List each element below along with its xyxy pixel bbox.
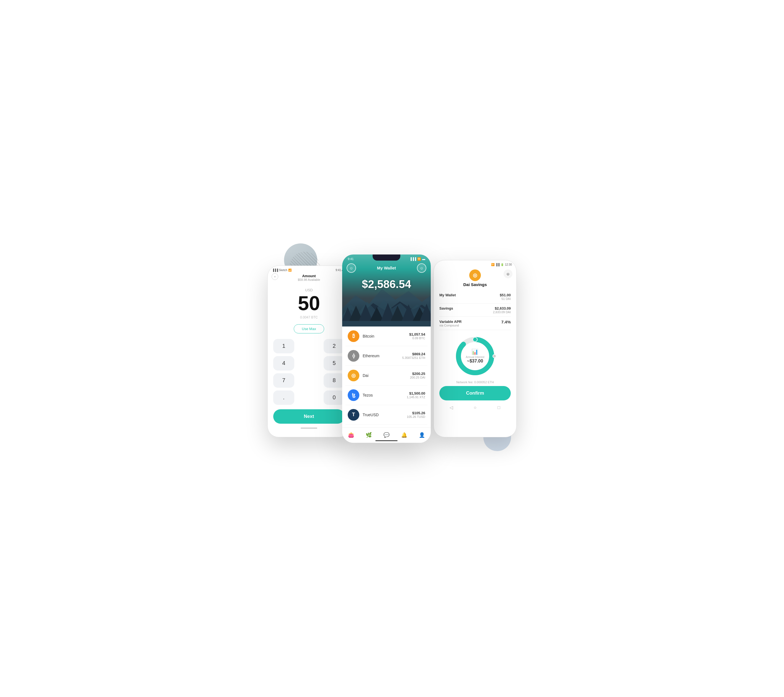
avatar-icon: ☺ [506, 272, 510, 276]
left-status-bar: ▐▐▐ Sketch 📶 9:41 AM [268, 266, 350, 273]
signal-icon: ▐▐▐ [410, 257, 416, 260]
tezos-amount: 1,145.91 XTZ [407, 395, 425, 399]
savings-label: Savings [439, 306, 453, 310]
btc-equivalent: 0.0047 BTC [268, 315, 350, 319]
dai-value: $200.25 200.25 DAI [410, 372, 425, 379]
bitcoin-usd: $1,057.54 [409, 332, 425, 336]
dai-amount: 200.25 DAI [410, 376, 425, 379]
ethereum-amount: 5.35873251 ETH [402, 356, 425, 359]
ethereum-usd: $869.24 [402, 352, 425, 356]
savings-value: $2,633.09 2,633.09 DAI [493, 306, 511, 314]
coin-item-dai[interactable]: ◎ Dai $200.25 200.25 DAI [346, 366, 427, 386]
wallet-title: My Wallet [377, 265, 396, 270]
recents-button[interactable]: □ [495, 404, 503, 412]
dai-usd: $200.25 [410, 372, 425, 376]
mid-home-indicator [376, 440, 397, 441]
bitcoin-value: $1,057.54 0.09 BTC [409, 332, 425, 340]
bitcoin-amount: 0.09 BTC [409, 336, 425, 340]
nav-profile[interactable]: 👤 [418, 431, 426, 439]
back-button[interactable]: ◁ [447, 404, 455, 412]
info-row-apr: Variable APR via Compound 7.4% [439, 317, 511, 330]
chart-bar-icon: 📊 [471, 348, 478, 355]
phone-mid: 9:41 ▐▐▐ 🛜 ▬ [342, 254, 431, 443]
trueusd-name: TrueUSD [362, 413, 407, 417]
bitcoin-icon: ₿ [348, 330, 359, 342]
nav-exchange[interactable]: 💬 [382, 431, 390, 439]
svg-point-13 [493, 354, 496, 358]
wallet-value: $51.00 51 DAI [500, 293, 511, 300]
svg-point-12 [473, 337, 477, 342]
notch [372, 254, 400, 260]
android-nav: ◁ ○ □ [434, 400, 516, 414]
ethereum-name: Ethereum [362, 354, 402, 358]
key-0[interactable]: 0 [324, 391, 345, 405]
tezos-icon: ꜩ [348, 389, 359, 401]
key-1[interactable]: 1 [273, 339, 294, 353]
hero-background: ☺ My Wallet ☺ $2,586.54 [342, 254, 431, 326]
tezos-value: $1,500.00 1,145.91 XTZ [407, 391, 425, 399]
wifi-icon: 🛜 [491, 263, 494, 266]
keypad-row-4: . 0 [273, 391, 345, 405]
key-2[interactable]: 2 [324, 339, 345, 353]
phone-right: 🛜 ▐▐ 🔋 12:30 ◎ Dai Savings ☺ My Wallet $… [433, 260, 517, 437]
keypad-row-2: 4 5 [273, 356, 345, 371]
home-button[interactable]: ○ [471, 404, 479, 412]
left-header: × Amount $58.98 Available [268, 273, 350, 283]
home-indicator [301, 428, 317, 428]
annual-interest-value: ~$37.00 [467, 359, 483, 364]
tezos-name: Tezos [362, 393, 407, 397]
battery-icon: 🔋 [501, 263, 504, 266]
key-dot[interactable]: . [273, 391, 294, 405]
trueusd-icon: T [348, 409, 359, 421]
available-subtitle: $58.98 Available [272, 278, 346, 281]
info-section: My Wallet $51.00 51 DAI Savings $2,633.0… [434, 289, 516, 331]
signal-icon: ▐▐ [496, 263, 499, 266]
key-5[interactable]: 5 [324, 356, 345, 371]
dai-icon: ◎ [348, 370, 359, 381]
dai-savings-title: Dai Savings [463, 282, 487, 287]
coin-item-bitcoin[interactable]: ₿ Bitcoin $1,057.54 0.09 BTC [346, 326, 427, 346]
nav-bell[interactable]: 🔔 [400, 431, 408, 439]
right-time: 12:30 [505, 263, 512, 266]
coin-item-ethereum[interactable]: ⟠ Ethereum $869.24 5.35873251 ETH [346, 346, 427, 366]
network-fee: Network fee: 0.000052 ETH [434, 379, 516, 386]
profile-icon: ☺ [420, 266, 423, 270]
key-7[interactable]: 7 [273, 373, 294, 388]
right-header: ◎ Dai Savings ☺ [434, 267, 516, 289]
ethereum-icon: ⟠ [348, 350, 359, 362]
wifi-icon: 🛜 [417, 257, 421, 261]
bitcoin-name: Bitcoin [362, 334, 409, 338]
keypad-row-3: 7 8 [273, 373, 345, 388]
forest-svg [342, 299, 431, 326]
key-4[interactable]: 4 [273, 356, 294, 371]
info-row-wallet: My Wallet $51.00 51 DAI [439, 290, 511, 303]
keypad: 1 2 4 5 7 8 . 0 [268, 339, 350, 405]
nav-wallet[interactable]: 👛 [347, 431, 355, 439]
apr-label: Variable APR via Compound [439, 320, 461, 327]
right-wallet-icon[interactable]: ☺ [417, 264, 426, 273]
nav-leaf[interactable]: 🌿 [365, 431, 372, 439]
scene: ▐▐▐ Sketch 📶 9:41 AM × Amount $58.98 Ava… [267, 249, 517, 448]
header-wrap: ◎ Dai Savings [463, 269, 487, 287]
confirm-button[interactable]: Confirm [439, 386, 511, 400]
smiley-icon: ☺ [349, 266, 353, 270]
amount-title: Amount [272, 274, 346, 278]
hero-amount: $2,586.54 [342, 278, 431, 290]
trueusd-amount: 105.26 TUSD [407, 415, 425, 419]
next-button[interactable]: Next [273, 409, 345, 423]
left-network-label: Sketch [279, 269, 287, 272]
close-button[interactable]: × [272, 274, 278, 280]
ethereum-value: $869.24 5.35873251 ETH [402, 352, 425, 359]
annual-interest-label: Annual Interest [466, 356, 484, 359]
mid-status-icons: ▐▐▐ 🛜 ▬ [410, 257, 425, 261]
coin-item-trueusd[interactable]: T TrueUSD $105.26 105.26 TUSD [346, 405, 427, 425]
left-signal: ▐▐▐ Sketch 📶 [272, 269, 292, 272]
apr-value: 7.4% [501, 320, 511, 324]
trueusd-value: $105.26 105.26 TUSD [407, 411, 425, 419]
coin-item-tezos[interactable]: ꜩ Tezos $1,500.00 1,145.91 XTZ [346, 386, 427, 405]
key-8[interactable]: 8 [324, 373, 345, 388]
settings-icon[interactable]: ☺ [504, 269, 512, 278]
left-wallet-icon[interactable]: ☺ [347, 264, 356, 273]
use-max-button[interactable]: Use Max [294, 324, 324, 333]
signal-bars-icon: ▐▐▐ [272, 269, 278, 272]
